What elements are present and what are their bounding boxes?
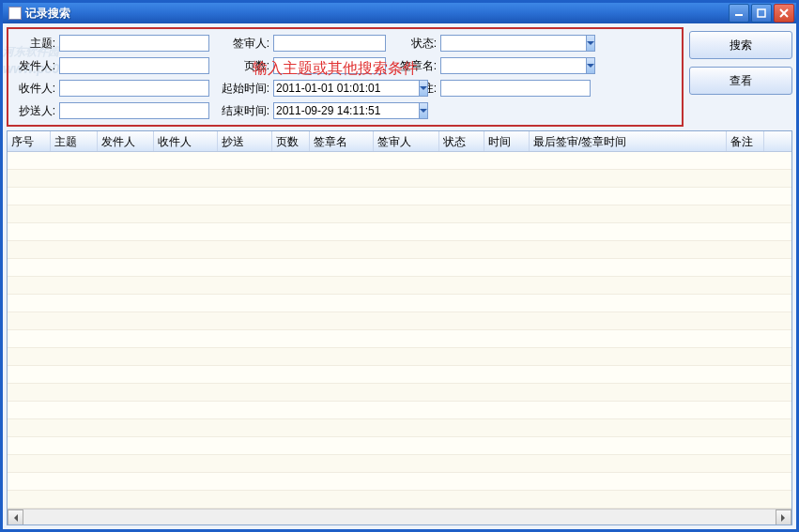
column-header-cc[interactable]: 抄送 [218,131,272,151]
status-combo[interactable] [440,35,591,52]
grid-header: 序号 主题 发件人 收件人 抄送 页数 签章名 签审人 状态 时间 最后签审/签… [8,131,791,152]
window-title: 记录搜索 [25,6,70,22]
table-row[interactable] [8,241,791,259]
subject-input[interactable] [59,35,209,52]
chevron-down-icon[interactable] [586,35,595,52]
grid-body [8,152,791,509]
table-row[interactable] [8,312,791,330]
table-row[interactable] [8,330,791,348]
column-header-lasttime[interactable]: 最后签审/签章时间 [530,131,727,151]
chevron-down-icon[interactable] [419,80,428,97]
scroll-left-icon[interactable] [8,509,23,525]
end-time-combo[interactable] [273,102,386,119]
maximize-button[interactable] [751,4,772,23]
chevron-down-icon[interactable] [586,57,595,74]
start-time-input[interactable] [273,80,419,97]
results-grid: 序号 主题 发件人 收件人 抄送 页数 签章名 签审人 状态 时间 最后签审/签… [7,130,792,525]
search-button[interactable]: 搜索 [689,31,792,59]
approver-label: 签审人: [213,36,269,52]
cc-input[interactable] [59,102,209,119]
table-row[interactable] [8,491,791,509]
sealname-label: 签章名: [390,58,437,74]
search-form: 主题: 签审人: 状态: 发件人: 页数: 签章名: [7,27,684,127]
table-row[interactable] [8,402,791,419]
sender-input[interactable] [59,57,209,74]
table-row[interactable] [8,259,791,277]
sealname-input[interactable] [440,57,586,74]
table-row[interactable] [8,366,791,384]
table-row[interactable] [8,419,791,437]
chevron-down-icon[interactable] [419,102,428,119]
column-header-time[interactable]: 时间 [484,131,530,151]
cc-label: 抄送人: [14,103,55,119]
receiver-input[interactable] [59,80,209,97]
table-row[interactable] [8,205,791,223]
end-time-label: 结束时间: [213,103,269,119]
table-row[interactable] [8,170,791,188]
titlebar: 记录搜索 [3,3,796,23]
column-header-receiver[interactable]: 收件人 [154,131,218,151]
table-row[interactable] [8,295,791,312]
sender-label: 发件人: [14,58,55,74]
column-header-approver[interactable]: 签审人 [374,131,439,151]
column-header-status[interactable]: 状态 [439,131,484,151]
column-header-index[interactable]: 序号 [8,131,51,151]
column-header-remark[interactable]: 备注 [727,131,764,151]
receiver-label: 收件人: [14,81,55,97]
minimize-button[interactable] [729,4,749,23]
table-row[interactable] [8,455,791,473]
approver-input[interactable] [273,35,386,52]
status-input[interactable] [440,35,586,52]
column-header-subject[interactable]: 主题 [51,131,98,151]
pages-input[interactable] [273,57,386,74]
scroll-right-icon[interactable] [776,509,791,525]
close-button[interactable] [774,4,794,23]
app-icon [8,7,22,20]
status-label: 状态: [390,36,437,52]
subject-label: 主题: [14,36,55,52]
horizontal-scrollbar[interactable] [8,509,791,524]
column-header-sender[interactable]: 发件人 [98,131,154,151]
table-row[interactable] [8,277,791,295]
column-header-pages[interactable]: 页数 [272,131,310,151]
scroll-track[interactable] [23,509,776,524]
svg-rect-1 [758,9,765,17]
view-button[interactable]: 查看 [689,67,792,95]
end-time-input[interactable] [273,102,419,119]
table-row[interactable] [8,384,791,402]
table-row[interactable] [8,437,791,455]
table-row[interactable] [8,188,791,205]
remark-input[interactable] [440,80,591,97]
start-time-label: 起始时间: [213,81,269,97]
pages-label: 页数: [213,58,269,74]
table-row[interactable] [8,348,791,366]
sealname-combo[interactable] [440,57,591,74]
table-row[interactable] [8,223,791,241]
table-row[interactable] [8,473,791,491]
start-time-combo[interactable] [273,80,386,97]
main-window: 记录搜索 河东软件园 www.pc0359.cn 主题: 签审人: [0,0,799,532]
column-header-sealname[interactable]: 签章名 [310,131,374,151]
table-row[interactable] [8,152,791,170]
